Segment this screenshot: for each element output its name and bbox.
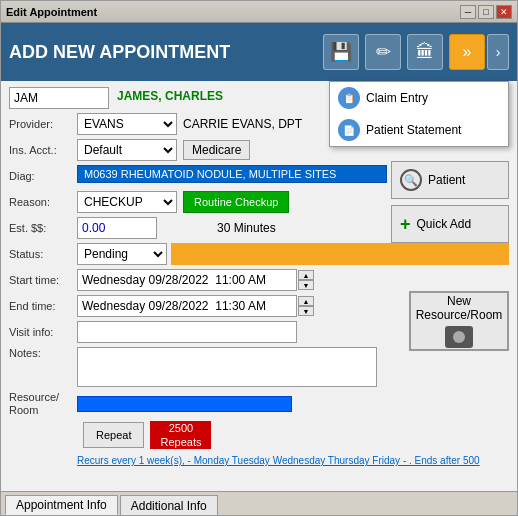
claim-entry-label: Claim Entry (366, 91, 428, 105)
end-time-down[interactable]: ▼ (298, 306, 314, 316)
navigation-arrows: » › (449, 34, 509, 70)
notes-input[interactable] (77, 347, 377, 387)
camera-icon (445, 326, 473, 348)
resource-label: Resource/ Room (9, 391, 77, 417)
patient-statement-item[interactable]: 📄 Patient Statement (330, 114, 508, 146)
visit-info-input[interactable] (77, 321, 297, 343)
provider-label: Provider: (9, 118, 77, 130)
right-panel: 🔍 Patient + Quick Add (391, 161, 509, 243)
tab-appointment-info[interactable]: Appointment Info (5, 495, 118, 515)
end-time-label: End time: (9, 300, 77, 312)
status-select[interactable]: Pending (77, 243, 167, 265)
repeats-badge-container: 2500 Repeats (150, 421, 211, 449)
double-arrow-button[interactable]: » (449, 34, 485, 70)
end-time-input[interactable] (77, 295, 297, 317)
quick-add-button[interactable]: + Quick Add (391, 205, 509, 243)
start-time-label: Start time: (9, 274, 77, 286)
toolbar-title: ADD NEW APPOINTMENT (9, 42, 317, 63)
recur-text-container: Recurs every 1 week(s), - Monday Tuesday… (9, 453, 509, 468)
save-icon[interactable]: 💾 (323, 34, 359, 70)
routine-checkup-button[interactable]: Routine Checkup (183, 191, 289, 213)
start-time-spinner: ▲ ▼ (298, 270, 314, 290)
maximize-button[interactable]: □ (478, 5, 494, 19)
claim-entry-icon: 📋 (338, 87, 360, 109)
bank-icon[interactable]: 🏛 (407, 34, 443, 70)
dropdown-panel: 📋 Claim Entry 📄 Patient Statement (329, 81, 509, 147)
diag-code[interactable]: M0639 RHEUMATOID NODULE, MULTIPLE SITES (77, 165, 387, 183)
new-resource-label: NewResource/Room (416, 294, 503, 322)
visit-info-label: Visit info: (9, 326, 77, 338)
est-label: Est. $$: (9, 222, 77, 234)
single-arrow-button[interactable]: › (487, 34, 509, 70)
patient-id-input[interactable] (9, 87, 109, 109)
plus-icon: + (400, 214, 411, 235)
medicare-label: Medicare (192, 143, 241, 157)
recur-text[interactable]: Recurs every 1 week(s), - Monday Tuesday… (77, 455, 480, 466)
repeats-count: 2500 (150, 421, 211, 435)
patient-name: JAMES, CHARLES (113, 87, 227, 109)
patient-button-label: Patient (428, 173, 465, 187)
claim-entry-item[interactable]: 📋 Claim Entry (330, 82, 508, 114)
new-resource-button[interactable]: NewResource/Room (409, 291, 509, 351)
bottom-tabs: Appointment Info Additional Info (1, 491, 517, 515)
resource-bar (77, 396, 292, 412)
patient-button[interactable]: 🔍 Patient (391, 161, 509, 199)
title-bar-buttons: ─ □ ✕ (460, 5, 512, 19)
title-bar: Edit Appointment ─ □ ✕ (1, 1, 517, 23)
end-time-up[interactable]: ▲ (298, 296, 314, 306)
medicare-button[interactable]: Medicare (183, 140, 250, 160)
duration-label: 30 Minutes (217, 221, 276, 235)
provider-name: CARRIE EVANS, DPT (183, 117, 302, 131)
status-label: Status: (9, 248, 77, 260)
notes-label: Notes: (9, 347, 77, 359)
search-icon: 🔍 (400, 169, 422, 191)
end-time-spinner: ▲ ▼ (298, 296, 314, 316)
start-time-down[interactable]: ▼ (298, 280, 314, 290)
repeat-row: Repeat 2500 Repeats (9, 421, 509, 449)
start-time-up[interactable]: ▲ (298, 270, 314, 280)
erase-icon[interactable]: ✏ (365, 34, 401, 70)
window-title: Edit Appointment (6, 6, 97, 18)
repeats-label: Repeats (150, 435, 211, 449)
repeat-button[interactable]: Repeat (83, 422, 144, 448)
window: Edit Appointment ─ □ ✕ ADD NEW APPOINTME… (0, 0, 518, 516)
reason-label: Reason: (9, 196, 77, 208)
toolbar: ADD NEW APPOINTMENT 💾 ✏ 🏛 » › 📋 Claim En… (1, 23, 517, 81)
insurance-label: Ins. Acct.: (9, 144, 77, 156)
insurance-select[interactable]: Default (77, 139, 177, 161)
close-button[interactable]: ✕ (496, 5, 512, 19)
provider-select[interactable]: EVANS (77, 113, 177, 135)
notes-row: Notes: (9, 347, 509, 387)
camera-lens (453, 331, 465, 343)
diag-label: Diag: (9, 170, 77, 182)
patient-statement-icon: 📄 (338, 119, 360, 141)
reason-select[interactable]: CHECKUP (77, 191, 177, 213)
est-value-input[interactable] (77, 217, 157, 239)
start-time-input[interactable] (77, 269, 297, 291)
status-row: Status: Pending (9, 243, 509, 265)
start-time-row: Start time: ▲ ▼ (9, 269, 509, 291)
resource-row: Resource/ Room (9, 391, 509, 417)
minimize-button[interactable]: ─ (460, 5, 476, 19)
tab-additional-info[interactable]: Additional Info (120, 495, 218, 515)
status-color-bar (171, 243, 509, 265)
patient-statement-label: Patient Statement (366, 123, 461, 137)
quick-add-label: Quick Add (417, 217, 472, 231)
